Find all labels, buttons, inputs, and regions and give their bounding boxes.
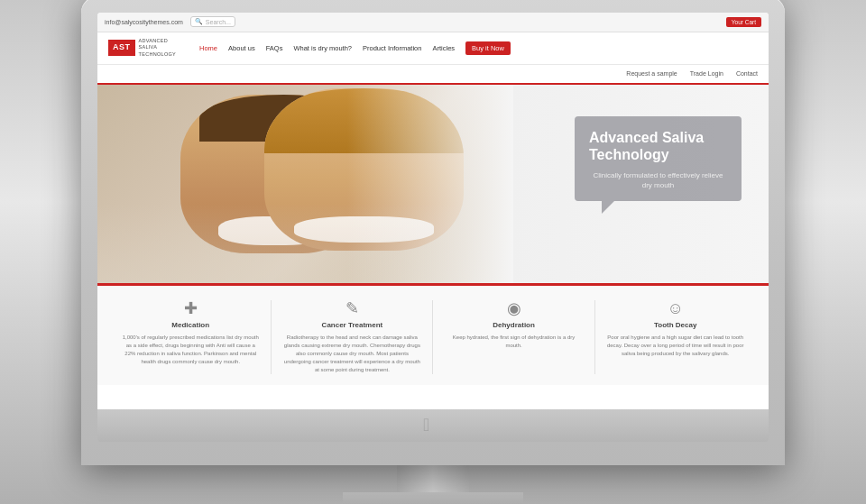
nav-about[interactable]: About us <box>228 44 255 52</box>
search-icon: 🔍 <box>195 18 203 25</box>
logo-line2: SALIVA <box>139 44 177 50</box>
feature-cancer: ✎ Cancer Treatment Radiotherapy to the h… <box>282 300 422 374</box>
logo-full-text: ADVANCED SALIVA TECHNOLOGY <box>139 38 177 57</box>
email-address: info@salycositythemes.com <box>105 19 183 25</box>
hero-image-overlay <box>97 85 513 283</box>
feature-divider-1 <box>271 300 272 374</box>
feature-dehydration: ◉ Dehydration Keep hydrated, the first s… <box>444 300 584 374</box>
cart-label: Your Cart <box>732 19 756 25</box>
feature-cancer-text: Radiotherapy to the head and neck can da… <box>282 334 422 374</box>
hero-section: Advanced SalivaTechnology Clinically for… <box>97 85 769 283</box>
logo-line1: ADVANCED <box>139 38 177 44</box>
hero-speech-bubble: Advanced SalivaTechnology Clinically for… <box>575 116 742 202</box>
hero-subtitle: Clinically formulated to effectively rel… <box>589 170 727 190</box>
cart-button[interactable]: Your Cart <box>726 17 761 27</box>
main-nav: AST ADVANCED SALIVA TECHNOLOGY Home Abou… <box>97 32 769 65</box>
feature-dehydration-title: Dehydration <box>444 321 584 329</box>
website: info@salycositythemes.com 🔍 Search... Yo… <box>97 13 769 409</box>
logo-line3: TECHNOLOGY <box>139 51 177 58</box>
top-bar-left: info@salycositythemes.com 🔍 Search... <box>105 16 235 27</box>
monitor-stand-neck <box>397 465 469 492</box>
feature-tooth-decay-text: Poor oral hygiene and a high sugar diet … <box>605 334 745 358</box>
nav-dry-mouth[interactable]: What is dry mouth? <box>293 44 352 52</box>
monitor-screen: info@salycositythemes.com 🔍 Search... Yo… <box>97 13 769 409</box>
monitor-stand-base <box>343 492 523 505</box>
hero-image <box>97 85 513 283</box>
logo-area: AST ADVANCED SALIVA TECHNOLOGY <box>108 38 176 57</box>
feature-cancer-title: Cancer Treatment <box>282 321 422 329</box>
apple-logo-icon:  <box>423 416 443 435</box>
feature-divider-3 <box>594 300 595 374</box>
top-bar-right: Your Cart <box>726 17 761 27</box>
feature-tooth-decay-title: Tooth Decay <box>605 321 745 329</box>
feature-medication-text: 1,000's of regularly prescribed medicati… <box>121 334 261 366</box>
feature-dehydration-text: Keep hydrated, the first sign of dehydra… <box>444 334 584 350</box>
features-section: ✚ Medication 1,000's of regularly prescr… <box>97 286 769 385</box>
nav-home[interactable]: Home <box>199 44 217 52</box>
nav-buy-now[interactable]: Buy it Now <box>465 41 511 55</box>
feature-medication-title: Medication <box>121 321 261 329</box>
secondary-nav: Request a sample Trade Login Contact <box>97 65 769 85</box>
nav-product-info[interactable]: Product Information <box>363 44 421 52</box>
nav-contact[interactable]: Contact <box>736 70 758 77</box>
tooth-decay-icon: ☺ <box>605 300 745 316</box>
nav-request-sample[interactable]: Request a sample <box>626 70 677 77</box>
logo-abbr[interactable]: AST <box>108 40 135 56</box>
search-placeholder: Search... <box>206 19 231 25</box>
nav-articles[interactable]: Articles <box>432 44 455 52</box>
feature-medication: ✚ Medication 1,000's of regularly prescr… <box>121 300 261 374</box>
cancer-icon: ✎ <box>282 300 422 316</box>
feature-divider-2 <box>432 300 433 374</box>
dehydration-icon: ◉ <box>444 300 584 316</box>
search-box[interactable]: 🔍 Search... <box>190 16 235 27</box>
feature-tooth-decay: ☺ Tooth Decay Poor oral hygiene and a hi… <box>605 300 745 374</box>
hero-title: Advanced SalivaTechnology <box>589 129 727 163</box>
monitor: info@salycositythemes.com 🔍 Search... Yo… <box>81 0 785 465</box>
medication-icon: ✚ <box>121 300 261 316</box>
nav-items: Home About us FAQs What is dry mouth? Pr… <box>199 41 758 55</box>
monitor-bezel-bottom:  <box>97 409 769 442</box>
nav-faqs[interactable]: FAQs <box>266 44 283 52</box>
top-bar: info@salycositythemes.com 🔍 Search... Yo… <box>97 13 769 32</box>
nav-trade-login[interactable]: Trade Login <box>690 70 723 77</box>
